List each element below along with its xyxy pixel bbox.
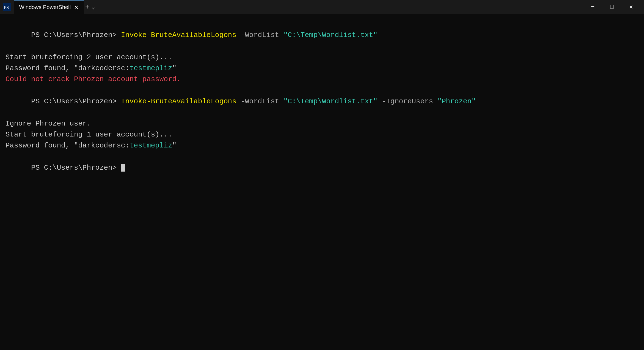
tab-dropdown-button[interactable]: ⌄ (92, 4, 95, 10)
prompt-3: PS C:\Users\Phrozen> (31, 164, 121, 172)
param-1: -WordList (236, 31, 284, 39)
terminal-cursor (121, 164, 125, 172)
close-button[interactable]: ✕ (622, 0, 641, 14)
powershell-icon: PS (3, 3, 11, 11)
add-tab-button[interactable]: + (85, 3, 90, 11)
window-controls: − □ ✕ (583, 0, 641, 14)
param-3: -IgnoreUsers (377, 97, 437, 106)
tab-close-button[interactable]: ✕ (74, 4, 79, 11)
terminal-line-5: PS C:\Users\Phrozen> Invoke-BruteAvailab… (5, 85, 639, 118)
string-1: "C:\Temp\Wordlist.txt" (283, 31, 377, 39)
active-tab[interactable]: Windows PowerShell ✕ (14, 0, 84, 14)
password-found-2: testmepliz (129, 141, 172, 150)
terminal-line-9: PS C:\Users\Phrozen> (5, 151, 639, 184)
string-3: "Phrozen" (437, 97, 476, 106)
terminal-line-6: Ignore Phrozen user. (5, 118, 639, 129)
terminal-line-8: Password found, "darkcodersc:testmepliz" (5, 140, 639, 151)
password-found-1: testmepliz (129, 64, 172, 72)
titlebar: PS Windows PowerShell ✕ + ⌄ − □ ✕ (0, 0, 644, 14)
param-2: -WordList (236, 97, 284, 106)
terminal-output[interactable]: PS C:\Users\Phrozen> Invoke-BruteAvailab… (0, 14, 644, 350)
terminal-line-3: Password found, "darkcodersc:testmepliz" (5, 63, 639, 74)
minimize-button[interactable]: − (583, 0, 602, 14)
powershell-window: PS Windows PowerShell ✕ + ⌄ − □ ✕ PS C:\… (0, 0, 644, 350)
command-1: Invoke-BruteAvailableLogons (121, 31, 236, 39)
terminal-line-4: Could not crack Phrozen account password… (5, 74, 639, 85)
tab-title: Windows PowerShell (19, 4, 71, 10)
terminal-line-1: PS C:\Users\Phrozen> Invoke-BruteAvailab… (5, 19, 639, 52)
prompt-2: PS C:\Users\Phrozen> (31, 97, 121, 106)
string-2: "C:\Temp\Wordlist.txt" (283, 97, 377, 106)
command-2: Invoke-BruteAvailableLogons (121, 97, 236, 106)
terminal-line-7: Start bruteforcing 1 user account(s)... (5, 129, 639, 140)
maximize-button[interactable]: □ (602, 0, 622, 14)
svg-text:PS: PS (4, 5, 9, 10)
terminal-line-2: Start bruteforcing 2 user account(s)... (5, 52, 639, 63)
prompt-1: PS C:\Users\Phrozen> (31, 31, 121, 39)
